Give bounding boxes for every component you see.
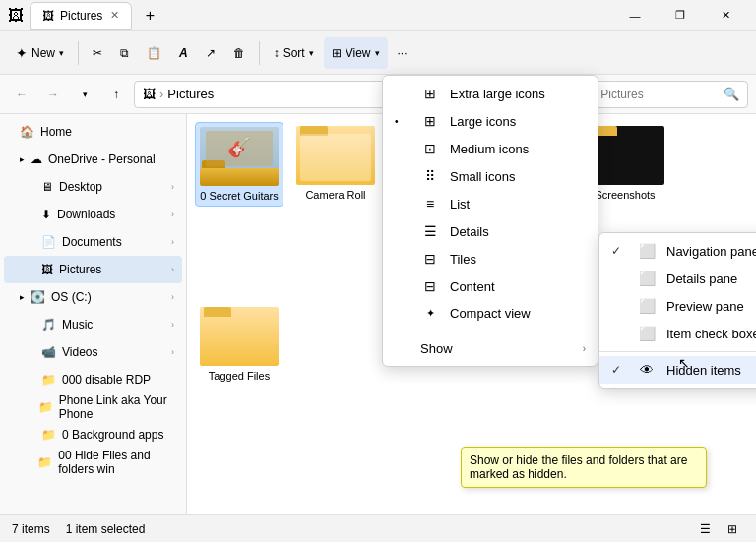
view-label: View — [346, 46, 371, 60]
sidebar-item-downloads[interactable]: ⬇ Downloads › — [4, 201, 182, 228]
sidebar-item-onedrive[interactable]: ▸ ☁ OneDrive - Personal — [4, 146, 182, 173]
arrow-icon: › — [171, 182, 174, 192]
music-icon: 🎵 — [41, 318, 56, 331]
sidebar-item-label: Desktop — [59, 180, 165, 194]
sidebar-item-000rdp[interactable]: 📁 000 disable RDP — [4, 366, 182, 393]
recent-locations-button[interactable]: ▾ — [71, 81, 98, 108]
menu-label: Content — [450, 279, 495, 294]
arrow-icon: › — [171, 320, 174, 330]
sidebar-item-videos[interactable]: 📹 Videos › — [4, 338, 182, 366]
sidebar-item-home[interactable]: 🏠 Home — [4, 118, 182, 146]
menu-icon: ⬜ — [637, 298, 657, 314]
menu-item-extra-large[interactable]: ⊞ Extra large icons — [383, 80, 598, 107]
folder-name: Screenshots — [595, 189, 655, 201]
sidebar-item-music[interactable]: 🎵 Music › — [4, 311, 182, 338]
breadcrumb-separator: › — [159, 87, 163, 101]
menu-separator — [383, 331, 598, 331]
menu-icon: ⊡ — [420, 141, 440, 156]
folder-thumbnail: 🎸 — [200, 127, 279, 186]
sidebar-item-bgapps[interactable]: 📁 0 Background apps — [4, 421, 182, 449]
sort-button[interactable]: ↕ Sort ▾ — [266, 37, 322, 69]
videos-icon: 📹 — [41, 345, 56, 359]
more-icon: ··· — [398, 46, 408, 60]
menu-icon: ⊞ — [420, 113, 440, 129]
submenu-arrow-icon: › — [583, 343, 586, 354]
grid-view-toggle[interactable]: ⊞ — [721, 517, 744, 541]
sidebar-item-label: 000 disable RDP — [62, 373, 151, 387]
menu-item-content[interactable]: ⊟ Content — [383, 272, 598, 300]
tooltip-text: Show or hide the files and folders that … — [470, 453, 687, 481]
maximize-button[interactable]: ❐ — [658, 0, 703, 31]
new-button[interactable]: ✦ New ▾ — [8, 37, 72, 69]
menu-label: Extra large icons — [450, 87, 545, 101]
forward-button[interactable]: → — [39, 81, 67, 108]
sidebar-item-phonelink[interactable]: 📁 Phone Link aka Your Phone — [4, 393, 182, 421]
menu-item-list[interactable]: ≡ List — [383, 190, 598, 217]
add-tab-button[interactable]: + — [136, 2, 163, 30]
list-view-toggle[interactable]: ☰ — [693, 517, 717, 541]
copy-button[interactable]: ⧉ — [112, 37, 137, 69]
menu-item-preview-pane[interactable]: ⬜ Preview pane — [599, 292, 756, 320]
folder-item[interactable]: Tagged Files — [195, 303, 284, 386]
sidebar-item-osdrive[interactable]: ▸ 💽 OS (C:) › — [4, 283, 182, 311]
folder-icon: 📁 — [37, 455, 52, 469]
window-controls: — ❐ ✕ — [612, 0, 748, 31]
breadcrumb-current: Pictures — [167, 87, 214, 101]
menu-label: Item check boxes — [666, 327, 756, 341]
menu-item-nav-pane[interactable]: ✓ ⬜ Navigation pane — [599, 237, 756, 265]
sidebar-item-label: Videos — [62, 345, 165, 359]
menu-label: Tiles — [450, 252, 476, 267]
cut-icon: ✂ — [93, 46, 102, 60]
rename-button[interactable]: A — [171, 37, 196, 69]
tooltip: Show or hide the files and folders that … — [461, 447, 707, 488]
hidden-items-container: ✓ 👁 Hidden items — [599, 356, 756, 384]
menu-label: Details pane — [666, 271, 737, 286]
sidebar-item-documents[interactable]: 📄 Documents › — [4, 228, 182, 256]
tab-pictures[interactable]: 🖼 Pictures ✕ — [30, 2, 132, 30]
sidebar-item-pictures[interactable]: 🖼 Pictures › — [4, 256, 182, 283]
menu-item-check-boxes[interactable]: ⬜ Item check boxes — [599, 320, 756, 347]
menu-label: Preview pane — [666, 299, 744, 314]
check-icon: ✓ — [611, 244, 627, 258]
menu-item-details[interactable]: ☰ Details — [383, 217, 598, 245]
folder-item[interactable]: 🎸 0 Secret Guitars — [195, 122, 284, 207]
sidebar-item-desktop[interactable]: 🖥 Desktop › — [4, 173, 182, 201]
menu-item-hidden[interactable]: ✓ 👁 Hidden items — [599, 356, 756, 384]
menu-icon: ⬜ — [637, 243, 657, 259]
menu-label: Compact view — [450, 306, 531, 321]
menu-label: Small icons — [450, 169, 515, 184]
menu-item-show[interactable]: Show › — [383, 335, 598, 362]
new-label: New — [32, 46, 55, 60]
menu-item-details-pane[interactable]: ⬜ Details pane — [599, 265, 756, 292]
menu-item-medium[interactable]: ⊡ Medium icons — [383, 135, 598, 162]
menu-item-large[interactable]: • ⊞ Large icons — [383, 107, 598, 135]
menu-item-compact[interactable]: ✦ Compact view — [383, 300, 598, 327]
menu-label: List — [450, 197, 470, 211]
up-button[interactable]: ↑ — [102, 81, 130, 108]
toolbar-sep-2 — [259, 41, 260, 65]
folder-icon: 📁 — [41, 373, 56, 387]
paste-button[interactable]: 📋 — [139, 37, 169, 69]
delete-button[interactable]: 🗑 — [225, 37, 253, 69]
cut-button[interactable]: ✂ — [85, 37, 110, 69]
menu-icon: ⠿ — [420, 168, 440, 184]
sort-icon: ↕ — [274, 46, 280, 60]
tab-close-icon[interactable]: ✕ — [110, 9, 119, 22]
back-button[interactable]: ← — [8, 81, 35, 108]
folder-item[interactable]: Camera Roll — [291, 122, 380, 207]
view-button[interactable]: ⊞ View ▾ — [324, 37, 388, 69]
folder-thumbnail — [296, 126, 375, 185]
sidebar-item-hidefiles[interactable]: 📁 00 Hide Files and folders win — [4, 449, 182, 476]
titlebar: 🖼 🖼 Pictures ✕ + — ❐ ✕ — [0, 0, 756, 31]
menu-item-tiles[interactable]: ⊟ Tiles — [383, 245, 598, 272]
menu-item-small[interactable]: ⠿ Small icons — [383, 162, 598, 190]
close-button[interactable]: ✕ — [703, 0, 748, 31]
share-button[interactable]: ↗ — [198, 37, 223, 69]
minimize-button[interactable]: — — [612, 0, 658, 31]
expand-icon: ▸ — [20, 292, 25, 302]
more-button[interactable]: ··· — [390, 37, 415, 69]
sidebar-item-label: 00 Hide Files and folders win — [58, 449, 174, 476]
statusbar-right: ☰ ⊞ — [693, 517, 744, 541]
arrow-icon: › — [171, 347, 174, 357]
sidebar-item-left: ▸ ☁ OneDrive - Personal — [20, 152, 156, 166]
